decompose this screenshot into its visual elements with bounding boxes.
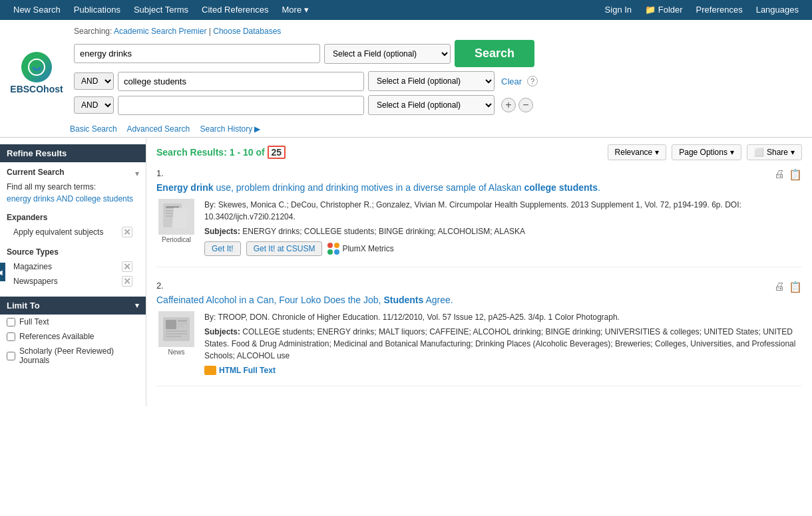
result-details-2: By: TROOP, DON. Chronicle of Higher Educ… [204, 311, 802, 375]
result-actions-1: Get It! Get It! at CSUSM PlumX Metrics [204, 241, 802, 256]
result-type-1: Periodical [162, 236, 191, 243]
svg-rect-12 [166, 330, 187, 332]
nav-more[interactable]: More [276, 0, 315, 20]
nav-preferences[interactable]: Preferences [690, 0, 749, 20]
source-type-magazines: Magazines ✕ [7, 259, 139, 274]
apply-equivalent-row: Apply equivalent subjects ✕ [7, 225, 139, 239]
source-types-section: Source Types Magazines ✕ Newspapers ✕ [0, 242, 146, 291]
get-it-csusm-button-1[interactable]: Get It! at CSUSM [246, 241, 323, 256]
search-history-link[interactable]: Search History ▶ [200, 124, 260, 134]
print-icon-2[interactable]: 🖨 [774, 281, 785, 293]
search-button[interactable]: Search [455, 40, 534, 67]
scholarly-checkbox[interactable] [7, 352, 15, 360]
expanders-title: Expanders [7, 213, 139, 222]
search-input-2[interactable] [118, 72, 364, 91]
print-icon-1[interactable]: 🖨 [774, 168, 785, 180]
svg-point-0 [29, 59, 45, 75]
remove-newspapers-button[interactable]: ✕ [122, 276, 132, 287]
save-icon-1[interactable]: 📋 [789, 168, 802, 181]
svg-rect-11 [178, 326, 184, 327]
field-select-3[interactable]: Select a Field (optional) [368, 95, 495, 115]
remove-row-button[interactable]: − [518, 98, 533, 112]
database-link[interactable]: Academic Search Premier [114, 27, 206, 36]
basic-search-link[interactable]: Basic Search [70, 124, 117, 134]
result-number-2: 2. [156, 281, 774, 291]
news-icon-2 [158, 311, 194, 347]
result-body-1: Periodical By: Skewes, Monica C.; DeCou,… [156, 199, 802, 256]
result-body-2: News By: TROOP, DON. Chronicle of Higher… [156, 311, 802, 375]
save-icon-2[interactable]: 📋 [789, 281, 802, 293]
add-row-button[interactable]: + [501, 98, 516, 112]
result-icon-area-1: Periodical [156, 199, 196, 243]
remove-expander-button[interactable]: ✕ [122, 227, 132, 237]
result-title-1[interactable]: Energy drink use, problem drinking and d… [156, 181, 774, 195]
limit-scholarly: Scholarly (Peer Reviewed) Journals [0, 344, 146, 368]
advanced-search-link[interactable]: Advanced Search [126, 124, 190, 134]
svg-rect-6 [172, 207, 188, 229]
search-row-2: AND Select a Field (optional) Clear ? [74, 71, 802, 91]
result-2-icons: 🖨 📋 [774, 281, 802, 293]
periodical-svg [160, 201, 192, 233]
news-svg [160, 313, 192, 345]
nav-folder[interactable]: 📁 Folder [638, 0, 689, 20]
result-1-icons: 🖨 📋 [774, 168, 802, 181]
help-icon[interactable]: ? [527, 76, 538, 86]
results-count: Search Results: 1 - 10 of 25 [156, 147, 286, 158]
plumx-metrics-1[interactable]: PlumX Metrics [327, 243, 393, 255]
svg-rect-13 [166, 333, 187, 334]
refine-results-header: Refine Results [0, 144, 146, 162]
svg-rect-9 [178, 320, 187, 322]
result-subjects-2: Subjects: COLLEGE students; ENERGY drink… [204, 326, 802, 362]
nav-languages[interactable]: Languages [749, 0, 805, 20]
field-select-1[interactable]: Select a Field (optional) [324, 44, 451, 64]
sidebar-toggle[interactable]: ◀ [0, 263, 5, 281]
nav-sign-in[interactable]: Sign In [598, 0, 638, 20]
html-full-text-link-2[interactable]: HTML Full Text [219, 366, 276, 375]
main-content: ◀ Refine Results Current Search ▾ Find a… [0, 138, 812, 406]
result-type-2: News [168, 348, 184, 356]
result-number-1: 1. [156, 168, 774, 178]
find-all-label: Find all my search terms: [7, 182, 139, 192]
nav-new-search[interactable]: New Search [7, 0, 67, 20]
get-it-button-1[interactable]: Get It! [204, 241, 241, 256]
operator-select-2[interactable]: AND [74, 72, 114, 90]
ebsco-logo [21, 52, 52, 82]
row-controls: + − [501, 98, 533, 112]
result-icon-area-2: News [156, 311, 196, 356]
ebsco-brand: EBSCOhost [10, 84, 63, 94]
search-terms-link[interactable]: energy drinks AND college students [7, 194, 139, 203]
field-select-2[interactable]: Select a Field (optional) [368, 71, 495, 91]
result-title-2[interactable]: Caffeinated Alcohol in a Can, Four Loko … [156, 293, 774, 307]
page-options-button[interactable]: Page Options ▾ [672, 144, 741, 160]
result-item-2: 2. Caffeinated Alcohol in a Can, Four Lo… [156, 281, 802, 386]
periodical-icon-1 [158, 199, 194, 235]
nav-cited-references[interactable]: Cited References [195, 0, 275, 20]
results-area: Search Results: 1 - 10 of 25 Relevance ▾… [146, 138, 812, 406]
nav-publications[interactable]: Publications [67, 0, 127, 20]
expanders-section: Expanders Apply equivalent subjects ✕ [0, 207, 146, 242]
remove-magazines-button[interactable]: ✕ [122, 261, 132, 272]
search-top: EBSCOhost Searching: Academic Search Pre… [10, 27, 802, 119]
top-navigation: New Search Publications Subject Terms Ci… [0, 0, 812, 20]
svg-rect-8 [166, 320, 176, 329]
operator-select-3[interactable]: AND [74, 96, 114, 114]
searching-line: Searching: Academic Search Premier | Cho… [74, 27, 802, 36]
limit-to-header: Limit To ▾ [0, 297, 146, 315]
choose-databases-link[interactable]: Choose Databases [213, 27, 281, 36]
nav-subject-terms[interactable]: Subject Terms [127, 0, 195, 20]
full-text-checkbox[interactable] [7, 318, 15, 326]
result-byline-2: By: TROOP, DON. Chronicle of Higher Educ… [204, 311, 802, 323]
ebsco-logo-svg [27, 58, 46, 76]
search-links: Basic Search Advanced Search Search Hist… [70, 124, 802, 134]
result-byline-1: By: Skewes, Monica C.; DeCou, Christophe… [204, 199, 802, 223]
share-button[interactable]: ⬜ Share ▾ [747, 144, 802, 160]
search-input-3[interactable] [118, 96, 364, 115]
results-tools: Relevance ▾ Page Options ▾ ⬜ Share ▾ [608, 144, 802, 160]
clear-link[interactable]: Clear [501, 76, 522, 86]
result-item-1: 1. Energy drink use, problem drinking an… [156, 168, 802, 267]
search-row-3: AND Select a Field (optional) + − [74, 95, 802, 115]
references-checkbox[interactable] [7, 332, 15, 341]
search-input-1[interactable] [74, 44, 320, 63]
relevance-sort-button[interactable]: Relevance ▾ [608, 144, 667, 160]
result-details-1: By: Skewes, Monica C.; DeCou, Christophe… [204, 199, 802, 256]
